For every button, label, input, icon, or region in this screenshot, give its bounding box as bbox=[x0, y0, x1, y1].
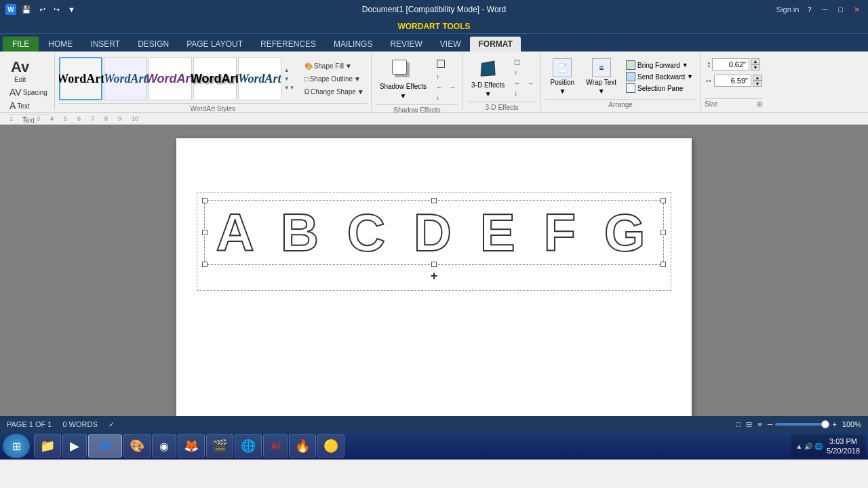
wordart-style-3[interactable]: WordArt bbox=[149, 57, 192, 100]
height-spin-down[interactable]: ▼ bbox=[751, 64, 760, 70]
handle-ml[interactable] bbox=[202, 230, 208, 235]
bring-forward-icon bbox=[626, 60, 635, 70]
handle-tm[interactable] bbox=[431, 198, 437, 203]
sign-in-btn[interactable]: Sign in bbox=[776, 5, 800, 14]
view-mode-web[interactable]: ⊟ bbox=[746, 420, 752, 429]
taskbar-app8[interactable]: 🌐 bbox=[235, 434, 262, 458]
minimize-btn[interactable]: ─ bbox=[820, 4, 831, 15]
tilt-down-btn[interactable]: ↓ bbox=[511, 89, 536, 98]
taskbar-app9[interactable]: 🟡 bbox=[317, 434, 344, 458]
tilt-right-btn[interactable]: → bbox=[524, 79, 536, 87]
taskbar-paint[interactable]: 🎨 bbox=[123, 434, 151, 458]
word-icon: W bbox=[100, 439, 111, 453]
3d-effects-icon bbox=[477, 58, 499, 80]
shadow-effects-label: Shadow Effects bbox=[376, 104, 458, 115]
wordart-tools-label: WORDART TOOLS bbox=[397, 22, 470, 31]
tab-mailings[interactable]: MAILINGS bbox=[326, 37, 380, 52]
width-spinner: ▲ ▼ bbox=[753, 75, 762, 87]
wordart-styles-container: WordArt WordArt WordArt WordArt WordArt … bbox=[59, 57, 296, 100]
wordart-style-1[interactable]: WordArt bbox=[59, 57, 102, 100]
taskbar-word[interactable]: W bbox=[88, 434, 122, 458]
tab-home[interactable]: HOME bbox=[40, 37, 81, 52]
taskbar-explorer[interactable]: 📁 bbox=[34, 434, 61, 458]
3d-on-off-btn[interactable]: ☐ bbox=[511, 58, 536, 67]
zoom-in-icon[interactable]: + bbox=[832, 420, 836, 428]
document-area[interactable]: A B C D E F G + bbox=[0, 125, 868, 416]
tab-design[interactable]: DESIGN bbox=[130, 37, 177, 52]
save-qat-btn[interactable]: 💾 bbox=[19, 4, 34, 16]
tab-review[interactable]: REVIEW bbox=[382, 37, 430, 52]
wrap-text-btn[interactable]: ≡ Wrap Text ▼ bbox=[582, 57, 620, 96]
shape-outline-btn[interactable]: □ Shape Outline ▼ bbox=[302, 74, 367, 84]
scroll-down-btn[interactable]: ▼ bbox=[283, 75, 296, 83]
shadow-nudge-up-btn[interactable]: ↑ bbox=[433, 73, 458, 81]
scroll-up-btn[interactable]: ▲ bbox=[283, 66, 296, 75]
view-mode-print[interactable]: □ bbox=[736, 420, 741, 428]
shadow-nudge-left-btn[interactable]: ← bbox=[433, 83, 446, 92]
handle-tl[interactable] bbox=[202, 198, 208, 203]
taskbar-app6[interactable]: 🦊 bbox=[178, 434, 205, 458]
tab-view[interactable]: VIEW bbox=[432, 37, 469, 52]
move-cursor: + bbox=[204, 269, 664, 283]
handle-bl[interactable] bbox=[202, 262, 208, 267]
edit-text-btn[interactable]: Av Edit bbox=[7, 57, 33, 85]
size-group-label: Size ⊞ bbox=[705, 98, 762, 109]
3d-effects-btn[interactable]: 3-D Effects ▼ bbox=[467, 57, 509, 99]
bring-forward-btn[interactable]: Bring Forward ▼ bbox=[623, 60, 696, 70]
width-spin-down[interactable]: ▼ bbox=[753, 81, 762, 87]
tilt-up-btn[interactable]: ↑ bbox=[511, 68, 536, 77]
help-btn[interactable]: ? bbox=[804, 4, 814, 15]
customize-qat-btn[interactable]: ▼ bbox=[65, 4, 78, 15]
height-spin-up[interactable]: ▲ bbox=[751, 58, 760, 64]
handle-br[interactable] bbox=[660, 262, 666, 267]
shadow-nudge-down-btn[interactable]: ↓ bbox=[433, 93, 458, 102]
handle-mr[interactable] bbox=[660, 230, 666, 235]
taskbar-chrome[interactable]: ◉ bbox=[152, 434, 176, 458]
change-shape-btn[interactable]: Ω Change Shape ▼ bbox=[302, 87, 367, 97]
wordart-style-5[interactable]: WordArt bbox=[238, 57, 281, 100]
shadow-nudge-right-btn[interactable]: → bbox=[446, 83, 458, 92]
height-input[interactable] bbox=[712, 58, 749, 70]
page-status: PAGE 1 OF 1 bbox=[7, 420, 52, 428]
size-expand-btn[interactable]: ⊞ bbox=[757, 100, 762, 108]
adobe-icon: Ai bbox=[271, 441, 280, 451]
width-input[interactable] bbox=[714, 75, 751, 87]
tab-page-layout[interactable]: PAGE LAYOUT bbox=[178, 37, 251, 52]
position-icon: 📄 bbox=[553, 58, 572, 77]
taskbar-media[interactable]: ▶ bbox=[62, 434, 87, 458]
shadow-on-off-btn[interactable]: ☐ bbox=[433, 57, 458, 71]
shape-fill-btn[interactable]: 🎨 Shape Fill ▼ bbox=[302, 61, 367, 71]
tilt-left-btn[interactable]: ← bbox=[511, 79, 524, 87]
shadow-effects-btn[interactable]: Shadow Effects ▼ bbox=[376, 58, 431, 101]
wordart-style-4[interactable]: WordArt bbox=[193, 57, 237, 100]
width-spin-up[interactable]: ▲ bbox=[753, 75, 762, 81]
tab-insert[interactable]: INSERT bbox=[82, 37, 128, 52]
tray-clock[interactable]: 3:03 PM 5/20/2018 bbox=[827, 436, 860, 456]
close-btn[interactable]: ✕ bbox=[851, 4, 863, 16]
taskbar-app7[interactable]: 🎬 bbox=[206, 434, 233, 458]
tab-references[interactable]: REFERENCES bbox=[252, 37, 324, 52]
tab-file[interactable]: FILE bbox=[3, 37, 39, 52]
wrap-text-icon: ≡ bbox=[592, 58, 611, 77]
taskbar-adobe[interactable]: Ai bbox=[263, 434, 288, 458]
view-mode-read[interactable]: ≡ bbox=[757, 420, 762, 428]
selection-pane-btn[interactable]: Selection Pane bbox=[623, 83, 696, 94]
scroll-more-btn[interactable]: ▼▼ bbox=[283, 83, 296, 92]
position-btn[interactable]: 📄 Position ▼ bbox=[545, 57, 579, 96]
taskbar-firefox[interactable]: 🔥 bbox=[289, 434, 316, 458]
text-direction-btn[interactable]: A Text bbox=[7, 100, 33, 112]
wordart-styles-label: WordArt Styles bbox=[59, 103, 367, 114]
undo-qat-btn[interactable]: ↩ bbox=[37, 4, 48, 16]
wordart-object[interactable]: A B C D E F G + bbox=[197, 192, 671, 291]
zoom-out-icon[interactable]: ─ bbox=[768, 420, 773, 428]
start-button[interactable]: ⊞ bbox=[3, 434, 30, 458]
redo-qat-btn[interactable]: ↪ bbox=[51, 4, 62, 16]
send-backward-btn[interactable]: Send Backward ▼ bbox=[623, 71, 696, 82]
restore-btn[interactable]: □ bbox=[835, 4, 846, 15]
spacing-btn[interactable]: AV Spacing bbox=[7, 86, 50, 98]
zoom-slider[interactable]: ─ + bbox=[768, 420, 837, 428]
handle-bm[interactable] bbox=[431, 262, 437, 267]
handle-tr[interactable] bbox=[660, 198, 666, 203]
wordart-style-2[interactable]: WordArt bbox=[104, 57, 147, 100]
tab-format[interactable]: FORMAT bbox=[470, 37, 520, 52]
